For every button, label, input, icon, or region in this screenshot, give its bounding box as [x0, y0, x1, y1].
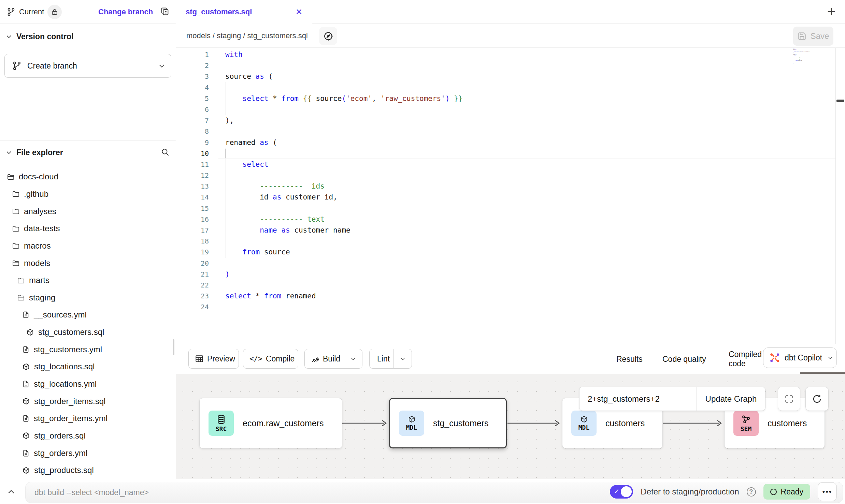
badge-label: SEM	[741, 425, 752, 432]
build-dropdown[interactable]	[344, 349, 362, 368]
copy-icon[interactable]	[160, 7, 170, 16]
chevron-up-icon[interactable]	[6, 487, 16, 497]
tree-item[interactable]: .github	[0, 186, 176, 203]
database-icon	[216, 414, 226, 425]
code-line: select * from renamed	[218, 291, 835, 301]
tree-item[interactable]: stg_customers.yml	[0, 341, 176, 358]
build-label[interactable]: Build	[319, 354, 344, 364]
search-icon[interactable]	[161, 148, 170, 157]
sidebar-scrollbar[interactable]	[173, 339, 174, 355]
line-number: 17	[176, 225, 218, 236]
breadcrumb: models / staging / stg_customers.sql	[186, 24, 308, 48]
refresh-button[interactable]	[805, 387, 829, 411]
node-label: stg_customers	[433, 418, 489, 428]
tree-item[interactable]: stg_order_items.sql	[0, 392, 176, 410]
create-branch-button: Create branch	[4, 54, 171, 78]
code-line	[218, 104, 835, 115]
current-branch[interactable]: Current	[7, 0, 62, 24]
line-number: 11	[176, 159, 218, 170]
node-type-badge: MDL	[571, 411, 597, 436]
tab-stg-customers[interactable]: stg_customers.sql ✕	[176, 0, 312, 24]
line-number: 4	[176, 82, 218, 93]
tree-item[interactable]: staging	[0, 289, 176, 306]
tree-item[interactable]: stg_locations.yml	[0, 375, 176, 393]
version-control-header[interactable]: Version control	[0, 29, 176, 44]
editor-right-rail	[835, 48, 845, 344]
tree-item[interactable]: stg_locations.sql	[0, 358, 176, 375]
line-number: 7	[176, 115, 218, 126]
tree-item[interactable]: stg_order_items.yml	[0, 410, 176, 427]
build-button: Build	[304, 349, 362, 369]
file-explorer-header[interactable]: File explorer	[0, 145, 176, 160]
line-number: 10	[176, 148, 218, 159]
lint-label[interactable]: Lint	[370, 354, 393, 364]
file-icon	[22, 380, 30, 388]
fullscreen-button[interactable]	[778, 387, 800, 411]
tree-item[interactable]: data-tests	[0, 220, 176, 237]
folder-icon	[12, 207, 20, 215]
create-branch-main[interactable]: Create branch	[5, 54, 152, 77]
code-editor[interactable]: 123456789101112131415161718192021222324 …	[176, 48, 835, 344]
panel-tab-compiled-code[interactable]: Compiled code	[729, 344, 762, 374]
line-number: 21	[176, 269, 218, 280]
node-label: customers	[768, 418, 807, 428]
help-icon[interactable]: ?	[747, 487, 756, 496]
close-icon[interactable]: ✕	[296, 7, 302, 17]
lineage-node-ecom-raw_customers[interactable]: SRCecom.raw_customers	[199, 398, 342, 448]
save-button[interactable]: Save	[793, 27, 833, 46]
indent-guide	[226, 148, 226, 258]
tree-item-label: analyses	[24, 207, 56, 216]
pane-resize-handle[interactable]	[836, 100, 844, 102]
dbt-copilot-button[interactable]: dbt Copilot	[763, 347, 837, 368]
lineage-node-stg_customers[interactable]: MDLstg_customers	[389, 398, 507, 448]
tree-item[interactable]: stg_orders.yml	[0, 444, 176, 462]
code-line	[218, 280, 835, 291]
tree-item[interactable]: docs-cloud	[0, 168, 176, 186]
more-options-button[interactable]: •••	[818, 482, 837, 501]
indent-guide	[244, 170, 244, 236]
code-icon: </>	[243, 355, 262, 363]
node-type-badge: SRC	[209, 411, 234, 436]
tree-item[interactable]: stg_orders.sql	[0, 427, 176, 445]
tree-item[interactable]: marts	[0, 272, 176, 289]
tree-item[interactable]: stg_products.sql	[0, 462, 176, 479]
status-badge: Ready	[763, 484, 810, 500]
line-number: 12	[176, 170, 218, 181]
folder-icon	[12, 190, 20, 198]
tree-item[interactable]: stg_customers.sql	[0, 324, 176, 341]
code-line: name as customer_name	[218, 225, 835, 236]
editor-footer: Preview </> Compile Build Lint ResultsCo…	[176, 344, 845, 374]
lint-dropdown[interactable]	[393, 349, 412, 368]
tree-item[interactable]: macros	[0, 237, 176, 255]
tree-item[interactable]: __sources.yml	[0, 306, 176, 324]
code-line	[218, 82, 835, 93]
dbt-copilot-label: dbt Copilot	[785, 353, 822, 362]
status-bar: dbt build --select <model_name> ✓ Defer …	[0, 479, 845, 504]
lineage-selector-input[interactable]: 2+stg_customers+2	[579, 387, 697, 411]
update-graph-button[interactable]: Update Graph	[697, 387, 765, 411]
save-label: Save	[811, 31, 829, 41]
tree-item-label: stg_products.sql	[34, 465, 94, 475]
code-line: select	[218, 159, 835, 170]
compile-button[interactable]: </> Compile	[243, 349, 298, 369]
minimap[interactable]: with source as ( select * from {{ source…	[793, 48, 819, 89]
compile-label: Compile	[262, 354, 298, 364]
change-branch-link[interactable]: Change branch	[98, 0, 153, 24]
model-icon	[22, 432, 30, 440]
new-tab-button[interactable]: +	[822, 3, 840, 20]
code-line: id as customer_id,	[218, 192, 835, 203]
defer-toggle[interactable]: ✓	[610, 485, 633, 499]
panel-tab-results[interactable]: Results	[616, 344, 643, 374]
copilot-compass-icon[interactable]	[319, 27, 337, 45]
panel-tab-code-quality[interactable]: Code quality	[662, 344, 706, 374]
tree-item[interactable]: analyses	[0, 203, 176, 220]
create-branch-dropdown[interactable]	[152, 54, 171, 77]
lineage-canvas[interactable]: SRCecom.raw_customersMDLstg_customersMDL…	[176, 374, 845, 479]
preview-button[interactable]: Preview	[188, 349, 239, 369]
tree-item[interactable]: models	[0, 254, 176, 272]
file-tree: docs-cloud.githubanalysesdata-testsmacro…	[0, 168, 176, 479]
line-number: 19	[176, 247, 218, 257]
lineage-toolbar: 2+stg_customers+2 Update Graph	[579, 387, 765, 411]
code-line	[218, 60, 835, 71]
tab-title: stg_customers.sql	[186, 8, 252, 16]
